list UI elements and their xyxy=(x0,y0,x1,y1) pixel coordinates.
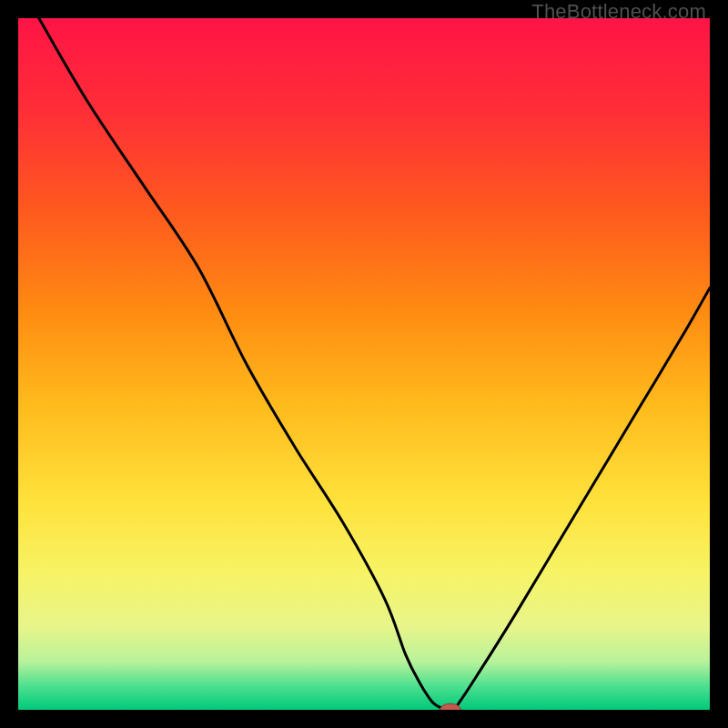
chart-frame xyxy=(18,18,710,710)
watermark-text: TheBottleneck.com xyxy=(531,0,706,24)
gradient-background xyxy=(18,18,710,710)
bottleneck-chart xyxy=(18,18,710,710)
